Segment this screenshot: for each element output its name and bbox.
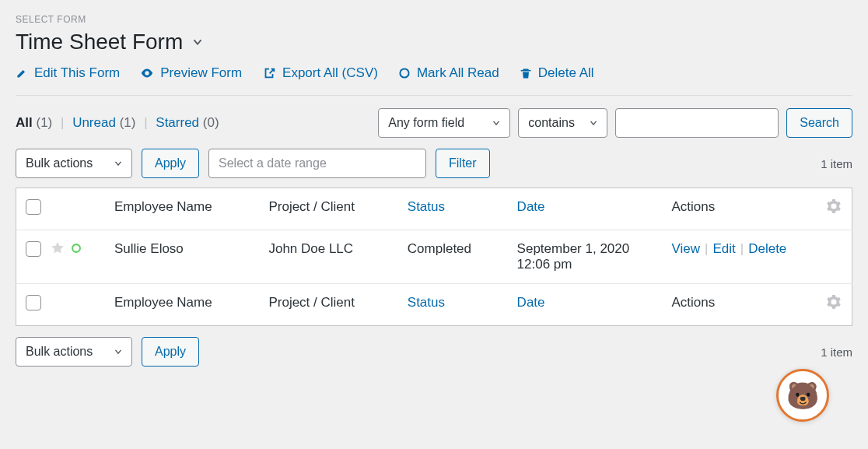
- edit-form-link[interactable]: Edit This Form: [16, 65, 120, 81]
- filter-unread-count: (1): [120, 115, 136, 130]
- svg-point-1: [72, 244, 80, 252]
- col-employee-foot: Employee Name: [105, 284, 259, 326]
- cell-status: Completed: [398, 230, 508, 284]
- mark-all-read-label: Mark All Read: [417, 65, 499, 81]
- bulk-apply-button-top[interactable]: Apply: [142, 149, 199, 178]
- select-all-checkbox-top[interactable]: [26, 199, 41, 215]
- gear-icon[interactable]: [827, 295, 841, 309]
- circle-outline-icon: [398, 67, 411, 79]
- unread-dot-icon[interactable]: [71, 243, 82, 254]
- gear-icon[interactable]: [827, 199, 841, 213]
- search-button[interactable]: Search: [786, 108, 852, 138]
- delete-all-label: Delete All: [538, 65, 594, 81]
- bulk-apply-button-bottom[interactable]: Apply: [142, 337, 199, 367]
- edit-form-label: Edit This Form: [34, 65, 120, 81]
- search-input[interactable]: [615, 108, 779, 138]
- entries-table: Employee Name Project / Client Status Da…: [16, 188, 852, 326]
- chevron-down-icon: [113, 346, 124, 357]
- table-footer-row: Employee Name Project / Client Status Da…: [16, 284, 852, 326]
- col-status-sort[interactable]: Status: [408, 199, 445, 214]
- mark-all-read-link[interactable]: Mark All Read: [398, 65, 499, 81]
- cell-project: John Doe LLC: [259, 230, 397, 284]
- bear-icon: 🐻: [786, 382, 819, 409]
- col-date-sort[interactable]: Date: [517, 199, 545, 214]
- divider: [16, 95, 852, 96]
- item-count-bottom: 1 item: [821, 346, 852, 359]
- trash-icon: [520, 67, 532, 79]
- bulk-actions-select-bottom[interactable]: Bulk actions: [16, 337, 132, 367]
- col-actions: Actions: [663, 188, 826, 230]
- status-filter-links: All (1) | Unread (1) | Starred (0): [16, 115, 219, 131]
- col-project-foot: Project / Client: [259, 284, 397, 326]
- select-form-label: SELECT FORM: [16, 14, 852, 25]
- row-edit-link[interactable]: Edit: [712, 241, 735, 256]
- mascot-help-button[interactable]: 🐻: [776, 369, 829, 422]
- filter-all[interactable]: All: [16, 115, 33, 130]
- row-view-link[interactable]: View: [672, 241, 701, 256]
- search-field-select[interactable]: Any form field: [378, 108, 510, 138]
- col-date-sort-foot[interactable]: Date: [517, 295, 545, 310]
- svg-point-0: [400, 68, 408, 77]
- chevron-down-icon: [491, 118, 502, 128]
- item-count-top: 1 item: [821, 157, 852, 170]
- table-row: Sullie Eloso John Doe LLC Completed Sept…: [16, 230, 852, 284]
- col-actions-foot: Actions: [663, 284, 826, 326]
- date-range-placeholder: Select a date range: [219, 156, 327, 170]
- bulk-actions-value: Bulk actions: [26, 156, 93, 170]
- cell-employee: Sullie Eloso: [105, 230, 259, 284]
- eye-icon: [140, 66, 154, 80]
- filter-starred-count: (0): [203, 115, 219, 130]
- export-csv-label: Export All (CSV): [282, 65, 378, 81]
- bulk-actions-select-top[interactable]: Bulk actions: [16, 149, 132, 178]
- pencil-icon: [16, 67, 28, 79]
- row-delete-link[interactable]: Delete: [748, 241, 786, 256]
- star-icon[interactable]: [51, 241, 65, 255]
- filter-starred[interactable]: Starred: [156, 115, 199, 130]
- chevron-down-icon: [588, 118, 599, 128]
- export-csv-link[interactable]: Export All (CSV): [262, 65, 378, 81]
- search-field-value: Any form field: [388, 116, 464, 130]
- filter-unread[interactable]: Unread: [72, 115, 116, 130]
- col-project: Project / Client: [259, 188, 397, 230]
- preview-form-link[interactable]: Preview Form: [140, 65, 242, 81]
- delete-all-link[interactable]: Delete All: [520, 65, 594, 81]
- filter-button[interactable]: Filter: [436, 149, 490, 178]
- export-icon: [262, 66, 276, 80]
- date-range-input[interactable]: Select a date range: [208, 149, 426, 178]
- form-title-text: Time Sheet Form: [16, 30, 183, 54]
- form-title-dropdown[interactable]: Time Sheet Form: [16, 30, 852, 54]
- search-operator-value: contains: [528, 116, 575, 130]
- preview-form-label: Preview Form: [160, 65, 242, 81]
- cell-actions: View|Edit|Delete: [663, 230, 826, 284]
- search-operator-select[interactable]: contains: [518, 108, 607, 138]
- bulk-actions-value-bottom: Bulk actions: [26, 345, 93, 359]
- col-status-sort-foot[interactable]: Status: [408, 295, 445, 310]
- table-header-row: Employee Name Project / Client Status Da…: [16, 188, 852, 230]
- filter-all-count: (1): [36, 115, 52, 130]
- chevron-down-icon: [191, 30, 205, 54]
- select-all-checkbox-bottom[interactable]: [26, 295, 41, 310]
- cell-date: September 1, 2020 12:06 pm: [508, 230, 663, 284]
- chevron-down-icon: [113, 158, 124, 169]
- row-checkbox[interactable]: [26, 241, 41, 257]
- col-employee: Employee Name: [105, 188, 259, 230]
